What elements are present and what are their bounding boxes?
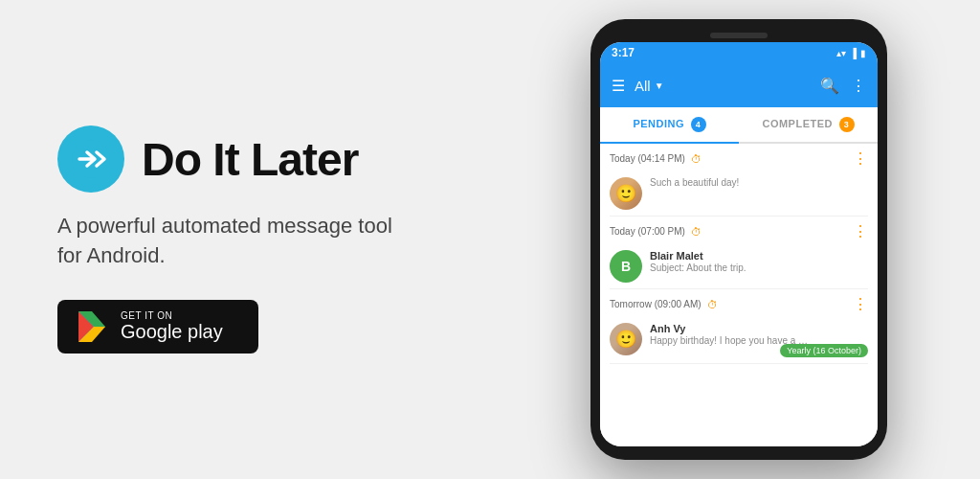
app-icon [57,125,124,193]
message-item-2[interactable]: B Blair Malet Subject: About the trip. [610,244,868,289]
get-it-on-label: GET IT ON [121,310,223,321]
clock-icon-3: ⏱ [707,299,718,310]
right-section: 3:17 ▴▾ ▐ ▮ ☰ All ▼ 🔍 ⋮ [498,0,980,479]
message-preview-3: Happy birthday! I hope you have a gre... [650,335,813,346]
status-bar: 3:17 ▴▾ ▐ ▮ [600,42,878,63]
dropdown-icon[interactable]: ▼ [655,80,664,91]
wifi-icon: ▴▾ [836,48,846,58]
status-time: 3:17 [612,46,635,59]
time-header-3: Tomorrow (09:00 AM) ⏱ ⋮ [610,295,868,313]
google-play-label: Google play [121,321,223,342]
avatar-1: 🙂 [610,177,642,210]
app-subtitle: A powerful automated message tool for An… [57,212,402,271]
left-section: Do It Later A powerful automated message… [0,87,498,392]
tabs: PENDING 4 COMPLETED 3 [600,107,878,144]
time-header-1: Today (04:14 PM) ⏱ ⋮ [610,149,868,168]
phone-notch-area [600,33,878,38]
filter-label: All [635,78,651,94]
phone-screen: 3:17 ▴▾ ▐ ▮ ☰ All ▼ 🔍 ⋮ [600,42,878,446]
clock-icon-2: ⏱ [691,226,702,238]
message-list: Today (04:14 PM) ⏱ ⋮ 🙂 Such a beautiful … [600,144,878,446]
avatar-2: B [610,250,642,283]
sender-2: Blair Malet [650,250,868,262]
completed-badge: 3 [839,117,855,132]
signal-icon: ▐ [850,48,857,58]
pending-badge: 4 [691,117,706,132]
tab-completed-label: COMPLETED [762,118,833,129]
tab-pending[interactable]: PENDING 4 [600,107,739,144]
sender-3: Anh Vy [650,323,868,334]
more-options-icon[interactable]: ⋮ [851,77,866,95]
time-text-2: Today (07:00 PM) [610,226,685,237]
message-group-2: Today (07:00 PM) ⏱ ⋮ B Blair Malet Subje… [600,217,878,289]
message-content-2: Blair Malet Subject: About the trip. [650,250,868,273]
message-group-1: Today (04:14 PM) ⏱ ⋮ 🙂 Such a beautiful … [600,144,878,217]
avatar-3: 🙂 [610,323,642,355]
phone-mockup: 3:17 ▴▾ ▐ ▮ ☰ All ▼ 🔍 ⋮ [590,19,887,460]
play-text: GET IT ON Google play [121,310,223,342]
message-item-3[interactable]: 🙂 Anh Vy Happy birthday! I hope you have… [610,317,868,364]
status-icons: ▴▾ ▐ ▮ [836,48,866,58]
more-options-3[interactable]: ⋮ [853,295,868,313]
more-options-2[interactable]: ⋮ [853,222,868,240]
app-bar: ☰ All ▼ 🔍 ⋮ [600,63,878,107]
message-item-1[interactable]: 🙂 Such a beautiful day! [610,171,868,217]
message-preview-2: Subject: About the trip. [650,262,813,273]
page-title: Do It Later [142,133,358,186]
app-bar-actions: 🔍 ⋮ [820,77,866,95]
battery-icon: ▮ [860,48,866,58]
hamburger-icon[interactable]: ☰ [612,77,625,95]
tab-completed[interactable]: COMPLETED 3 [739,107,878,142]
clock-icon-1: ⏱ [691,153,702,165]
message-content-3: Anh Vy Happy birthday! I hope you have a… [650,323,868,357]
more-options-1[interactable]: ⋮ [853,149,868,168]
phone-notch [710,33,768,38]
message-content-1: Such a beautiful day! [650,177,868,188]
time-header-2: Today (07:00 PM) ⏱ ⋮ [610,222,868,240]
time-text-3: Tomorrow (09:00 AM) [610,299,702,309]
app-title-row: Do It Later [57,125,440,193]
google-play-button[interactable]: GET IT ON Google play [57,300,258,354]
search-icon[interactable]: 🔍 [820,77,839,95]
app-bar-title: All ▼ [635,78,811,94]
message-preview-1: Such a beautiful day! [650,177,813,188]
yearly-badge: Yearly (16 October) [780,344,868,357]
tab-pending-label: PENDING [633,118,684,129]
time-text-1: Today (04:14 PM) [610,153,685,164]
message-group-3: Tomorrow (09:00 AM) ⏱ ⋮ 🙂 Anh Vy Happy b… [600,289,878,364]
